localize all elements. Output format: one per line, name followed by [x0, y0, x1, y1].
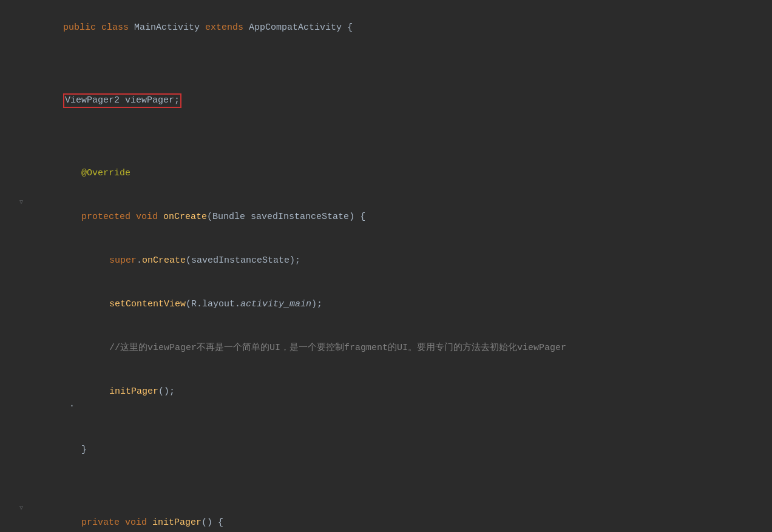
paren-open: ( — [207, 212, 212, 222]
line-content-field: ViewPager2 viewPager; — [25, 64, 772, 123]
line-content-setcontent: setContentView(R.layout.activity_main); — [25, 283, 772, 326]
param-saved: savedInstanceState — [251, 212, 349, 222]
class-name: MainActivity — [134, 22, 205, 33]
keyword-void-oncreate: void — [136, 212, 163, 222]
code-line-oncreate: ▽ protected void onCreate(Bundle savedIn… — [0, 195, 772, 239]
brace-close1: } — [81, 445, 87, 455]
code-line-blank2 — [0, 123, 772, 137]
code-line-initpager-call: initPager(); · — [0, 370, 772, 428]
setcontent-arg-open: (R.layout. — [186, 299, 240, 309]
line-content-1: public class MainActivity extends AppCom… — [25, 6, 772, 50]
code-line-super: super.onCreate(savedInstanceState); — [0, 239, 772, 283]
line-content-blank2 — [25, 123, 772, 137]
line-content-comment1: //这里的viewPager不再是一个简单的UI，是一个要控制fragment的… — [25, 326, 772, 370]
code-line-blank4 — [0, 472, 772, 487]
initpager-sig-args: () { — [201, 517, 223, 528]
keyword-super: super — [109, 255, 137, 266]
arrow-initpager-sig: ▽ — [17, 501, 25, 516]
code-line-blank1 — [0, 50, 772, 64]
brace-open: { — [342, 22, 353, 33]
line-content-blank3 — [25, 137, 772, 152]
comment-text-1: //这里的viewPager不再是一个简单的UI，是一个要控制fragment的… — [109, 343, 566, 353]
layout-name: activity_main — [240, 299, 311, 309]
parent-class: AppCompatActivity — [249, 22, 342, 33]
line-content-oncreate: protected void onCreate(Bundle savedInst… — [25, 195, 772, 239]
super-arg: (savedInstanceState); — [186, 255, 300, 266]
field-var: viewPager — [125, 95, 174, 106]
code-editor: public class MainActivity extends AppCom… — [0, 0, 772, 532]
method-initpager: initPager — [152, 517, 201, 528]
line-content-initpager-sig: private void initPager() { — [25, 501, 772, 532]
line-content-close1: } — [25, 428, 772, 472]
method-super-oncreate: onCreate — [142, 255, 186, 266]
keyword-void-initpager: void — [125, 517, 152, 528]
code-line-initpager-sig: ▽ private void initPager() { — [0, 501, 772, 532]
method-setcontent: setContentView — [109, 299, 186, 309]
override-annotation: @Override — [81, 168, 130, 178]
line-content-override: @Override — [25, 152, 772, 195]
setcontent-arg-close: ); — [311, 299, 322, 309]
paren-close: ) { — [349, 212, 365, 222]
arrow-oncreate: ▽ — [17, 195, 25, 210]
keyword-public: public — [63, 22, 101, 33]
line-content-blank5 — [25, 487, 772, 501]
keyword-private: private — [81, 517, 125, 528]
method-initpager-call: initPager — [109, 386, 158, 397]
keyword-class: class — [101, 22, 134, 33]
line-content-blank1 — [25, 50, 772, 64]
code-line-setcontent: setContentView(R.layout.activity_main); — [0, 283, 772, 326]
line-content-super: super.onCreate(savedInstanceState); — [25, 239, 772, 283]
code-line-close1: } — [0, 428, 772, 472]
code-line-override: @Override — [0, 152, 772, 195]
keyword-protected: protected — [81, 212, 136, 222]
code-line-comment1: //这里的viewPager不再是一个简单的UI，是一个要控制fragment的… — [0, 326, 772, 370]
code-line-blank3 — [0, 137, 772, 152]
line-content-blank4 — [25, 472, 772, 487]
semicolon: ; — [174, 95, 180, 106]
dot-1: . — [137, 255, 142, 266]
code-line-field: ViewPager2 viewPager; — [0, 64, 772, 123]
method-oncreate: onCreate — [163, 212, 207, 222]
param-type-bundle: Bundle — [212, 212, 251, 222]
viewpager-type: ViewPager2 — [65, 95, 120, 106]
initpager-args: (); — [158, 386, 175, 397]
keyword-extends: extends — [205, 22, 249, 33]
field-space — [120, 95, 125, 106]
code-line-1: public class MainActivity extends AppCom… — [0, 6, 772, 50]
field-declaration-box: ViewPager2 viewPager; — [63, 93, 181, 108]
code-line-blank5 — [0, 487, 772, 501]
line-content-initpager-call: initPager(); · — [25, 370, 772, 428]
